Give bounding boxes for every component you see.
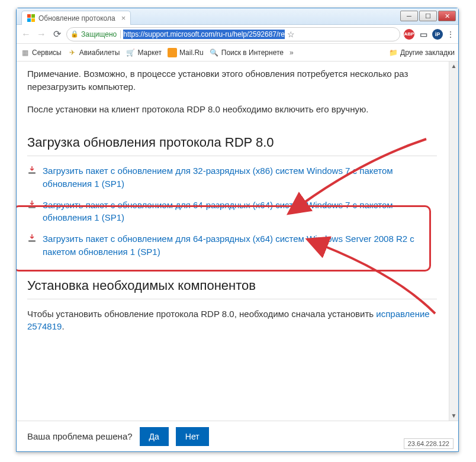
maximize-button[interactable]: ☐ [419,11,437,21]
feedback-question: Ваша проблема решена? [27,431,133,441]
bookmark-label: Сервисы [32,49,62,57]
download-link-text: Загрузить пакет с обновлением для 32-раз… [43,164,437,190]
minimize-button[interactable]: ─ [400,11,418,21]
scrollbar[interactable]: ▲ ▼ [449,62,458,421]
divider [120,30,121,38]
search-icon: 🔍 [210,48,219,57]
bookmark-label: Маркет [137,49,162,57]
database-extension-icon[interactable]: ▭ [418,29,429,40]
plane-icon: ✈ [67,48,77,57]
divider [27,156,437,156]
download-link-x86[interactable]: Загрузить пакет с обновлением для 32-раз… [27,164,437,190]
titlebar: Обновление протокола × ─ ☐ ✕ [17,8,458,25]
microsoft-logo-icon [27,14,35,22]
secure-label: Защищено [81,30,117,38]
download-icon [27,232,37,247]
address-bar[interactable]: 🔒 Защищено https://support.microsoft.com… [66,27,400,41]
back-icon[interactable]: ← [20,29,32,40]
url-text: https://support.microsoft.com/ru-ru/help… [123,30,285,39]
svg-rect-2 [28,240,36,242]
mail-icon [168,48,177,57]
install-text-suffix: . [62,321,64,331]
divider [27,299,437,299]
forward-icon[interactable]: → [36,29,47,40]
bookmarks-overflow[interactable]: » [290,49,294,57]
bookmark-mail[interactable]: Mail.Ru [168,48,204,57]
note-text: Примечание. Возможно, в процессе установ… [27,67,437,93]
svg-rect-1 [28,206,36,208]
scroll-up-icon[interactable]: ▲ [449,62,458,71]
folder-icon: 📁 [388,48,398,57]
download-link-text: Загрузить пакет с обновлением для 64-раз… [43,199,437,225]
apps-icon: ▦ [20,48,30,57]
download-link-server[interactable]: Загрузить пакет с обновлением для 64-раз… [27,232,437,259]
after-install-text: После установки на клиент протокола RDP … [27,103,437,116]
cart-icon: 🛒 [126,48,135,57]
install-text-prefix: Чтобы установить обновление протокола RD… [27,309,376,319]
bookmark-label: Другие закладки [400,49,455,57]
svg-rect-0 [28,172,36,174]
scroll-down-icon[interactable]: ▼ [449,411,458,421]
bookmark-search[interactable]: 🔍 Поиск в Интернете [210,48,284,57]
no-button[interactable]: Нет [176,427,209,446]
bookmark-flights[interactable]: ✈ Авиабилеты [67,48,120,57]
download-icon [27,164,37,179]
bookmark-services[interactable]: ▦ Сервисы [20,48,62,57]
tab-close-icon[interactable]: × [121,14,126,22]
install-text: Чтобы установить обновление протокола RD… [27,308,437,334]
bookmark-market[interactable]: 🛒 Маркет [126,48,162,57]
bookmark-label: Mail.Ru [179,49,204,57]
page-content: ▲ ▼ Примечание. Возможно, в процессе уст… [17,62,458,421]
bookmark-label: Авиабилеты [79,49,120,57]
menu-icon[interactable]: ⋮ [446,30,455,39]
window-controls: ─ ☐ ✕ [400,11,456,21]
bookmark-other[interactable]: 📁 Другие закладки [388,48,455,57]
lock-icon: 🔒 [70,30,79,38]
ip-extension-icon[interactable]: iP [432,29,443,40]
browser-window: Обновление протокола × ─ ☐ ✕ ← → ⟳ 🔒 Защ… [16,8,459,452]
adblock-extension-icon[interactable]: ABP [404,29,414,40]
yes-button[interactable]: Да [140,427,169,446]
reload-icon[interactable]: ⟳ [51,28,63,40]
install-heading: Установка необходимых компонентов [27,276,437,295]
feedback-footer: Ваша проблема решена? Да Нет 23.64.228.1… [17,421,458,451]
bookmark-star-icon[interactable]: ☆ [287,30,295,39]
tab-title: Обновление протокола [38,14,115,22]
navbar: ← → ⟳ 🔒 Защищено https://support.microso… [17,25,458,44]
close-button[interactable]: ✕ [438,11,456,21]
download-icon [27,199,37,213]
bookmarks-bar: ▦ Сервисы ✈ Авиабилеты 🛒 Маркет Mail.Ru … [17,44,458,62]
download-heading: Загрузка обновления протокола RDP 8.0 [27,133,437,152]
browser-tab[interactable]: Обновление протокола × [21,11,131,25]
ip-badge: 23.64.228.122 [404,438,454,449]
download-link-text: Загрузить пакет с обновлением для 64-раз… [43,232,437,259]
bookmark-label: Поиск в Интернете [221,49,284,57]
download-link-x64[interactable]: Загрузить пакет с обновлением для 64-раз… [27,199,437,225]
